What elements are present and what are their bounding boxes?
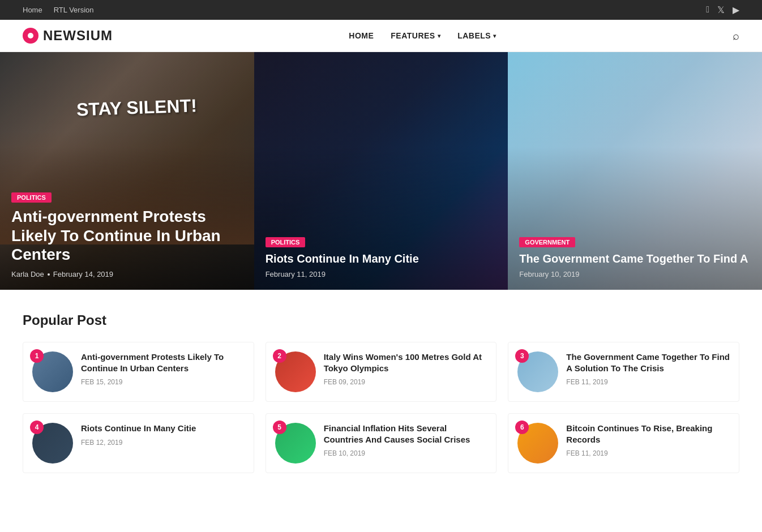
- post-card-4[interactable]: 4 Riots Continue In Many Citie FEB 12, 2…: [23, 413, 254, 473]
- logo[interactable]: NEWSIUM: [23, 28, 113, 44]
- post-badge: 1: [30, 349, 44, 363]
- hero-side1-date: February 11, 2019: [266, 270, 497, 278]
- header: NEWSIUM HOME FEATURES ▾ LABELS ▾ ⌕: [0, 20, 762, 52]
- post-content: The Government Came Together To Find A S…: [566, 351, 730, 386]
- hero-side1-title: Riots Continue In Many Citie: [266, 252, 497, 265]
- post-badge: 5: [273, 421, 286, 434]
- post-number-wrap: 5: [275, 423, 316, 464]
- logo-text: NEWSIUM: [43, 28, 113, 44]
- twitter-icon[interactable]: 𝕏: [717, 5, 725, 15]
- post-date: FEB 11, 2019: [566, 449, 730, 457]
- post-number-wrap: 1: [32, 351, 73, 392]
- popular-section-title: Popular Post: [23, 312, 739, 328]
- post-card-5[interactable]: 5 Financial Inflation Hits Several Count…: [266, 413, 497, 473]
- post-number-wrap: 4: [32, 423, 73, 464]
- hero-side2-tag[interactable]: GOVERNMENT: [519, 237, 575, 247]
- post-date: FEB 15, 2019: [81, 378, 245, 386]
- topbar-rtl-link[interactable]: RTL Version: [54, 6, 94, 14]
- post-card-1[interactable]: 1 Anti-government Protests Likely To Con…: [23, 342, 254, 402]
- post-content: Riots Continue In Many Citie FEB 12, 201…: [81, 423, 245, 447]
- post-date: FEB 10, 2019: [324, 449, 487, 457]
- hero-main-meta: Karla Doe February 14, 2019: [11, 270, 243, 278]
- post-card-6[interactable]: 6 Bitcoin Continues To Rise, Breaking Re…: [508, 413, 739, 473]
- post-card-3[interactable]: 3 The Government Came Together To Find A…: [508, 342, 739, 402]
- post-content: Financial Inflation Hits Several Countri…: [324, 423, 487, 457]
- hero-main-title: Anti-government Protests Likely To Conti…: [11, 207, 243, 264]
- post-content: Bitcoin Continues To Rise, Breaking Reco…: [566, 423, 730, 457]
- meta-separator: [48, 273, 50, 276]
- hero-side2-date: February 10, 2019: [519, 270, 751, 278]
- labels-chevron-icon: ▾: [493, 33, 496, 39]
- post-card-2[interactable]: 2 Italy Wins Women's 100 Metres Gold At …: [266, 342, 497, 402]
- hero-side-1[interactable]: POLITICS Riots Continue In Many Citie Fe…: [254, 52, 508, 290]
- hero-side-2[interactable]: GOVERNMENT The Government Came Together …: [508, 52, 762, 290]
- features-chevron-icon: ▾: [438, 33, 441, 39]
- post-number-wrap: 2: [275, 351, 316, 392]
- nav-labels[interactable]: LABELS ▾: [457, 31, 496, 40]
- top-bar-nav: Home RTL Version: [23, 6, 94, 14]
- youtube-icon[interactable]: ▶: [733, 5, 739, 15]
- posts-grid: 1 Anti-government Protests Likely To Con…: [23, 342, 739, 473]
- hero-side2-overlay: GOVERNMENT The Government Came Together …: [508, 225, 762, 290]
- hero-main-date: February 14, 2019: [53, 270, 113, 278]
- hero-grid: STAY SILENT! POLITICS Anti-government Pr…: [0, 52, 762, 290]
- post-date: FEB 11, 2019: [566, 378, 730, 386]
- topbar-home-link[interactable]: Home: [23, 6, 42, 14]
- post-content: Italy Wins Women's 100 Metres Gold At To…: [324, 351, 487, 386]
- popular-section: Popular Post 1 Anti-government Protests …: [0, 290, 762, 496]
- post-date: FEB 09, 2019: [324, 378, 487, 386]
- top-bar: Home RTL Version  𝕏 ▶: [0, 0, 762, 20]
- post-title: Riots Continue In Many Citie: [81, 423, 245, 434]
- post-date: FEB 12, 2019: [81, 439, 245, 447]
- hero-main[interactable]: STAY SILENT! POLITICS Anti-government Pr…: [0, 52, 254, 290]
- hero-side1-tag[interactable]: POLITICS: [266, 237, 306, 247]
- facebook-icon[interactable]: : [706, 5, 709, 15]
- post-title: Italy Wins Women's 100 Metres Gold At To…: [324, 351, 487, 374]
- post-title: The Government Came Together To Find A S…: [566, 351, 730, 374]
- post-number-wrap: 3: [517, 351, 558, 392]
- post-title: Bitcoin Continues To Rise, Breaking Reco…: [566, 423, 730, 445]
- hero-side2-title: The Government Came Together To Find A: [519, 252, 751, 265]
- logo-icon: [23, 28, 38, 44]
- nav-features[interactable]: FEATURES ▾: [391, 31, 440, 40]
- hero-main-tag[interactable]: POLITICS: [11, 192, 52, 203]
- main-nav: HOME FEATURES ▾ LABELS ▾: [349, 31, 496, 40]
- search-button[interactable]: ⌕: [733, 29, 739, 42]
- post-badge: 4: [30, 421, 44, 434]
- post-title: Financial Inflation Hits Several Countri…: [324, 423, 487, 445]
- post-badge: 2: [273, 349, 286, 363]
- social-links:  𝕏 ▶: [706, 5, 739, 15]
- nav-home[interactable]: HOME: [349, 31, 374, 40]
- post-content: Anti-government Protests Likely To Conti…: [81, 351, 245, 386]
- hero-main-author: Karla Doe: [11, 270, 44, 278]
- post-title: Anti-government Protests Likely To Conti…: [81, 351, 245, 374]
- sign-text: STAY SILENT!: [76, 95, 197, 120]
- hero-side1-overlay: POLITICS Riots Continue In Many Citie Fe…: [254, 225, 508, 290]
- hero-main-overlay: POLITICS Anti-government Protests Likely…: [0, 181, 254, 290]
- post-number-wrap: 6: [517, 423, 558, 464]
